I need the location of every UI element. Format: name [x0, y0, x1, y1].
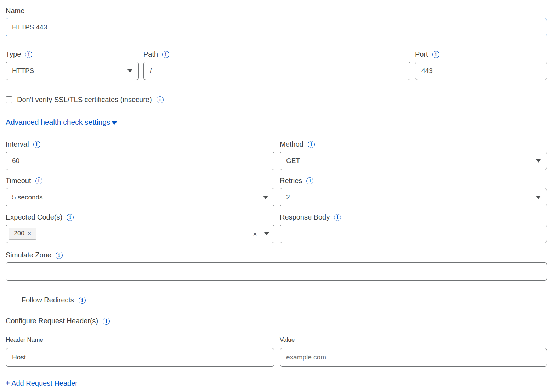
ssl-verify-row: Don't verify SSL/TLS certificates (insec…: [6, 96, 547, 104]
ssl-verify-checkbox[interactable]: [6, 96, 12, 103]
expected-codes-multiselect[interactable]: 200 × ×: [6, 225, 274, 243]
info-icon[interactable]: i: [306, 177, 313, 184]
request-headers-heading-text: Configure Request Header(s): [6, 317, 98, 325]
interval-input[interactable]: [6, 152, 274, 170]
timeout-select-value: 5 seconds: [12, 193, 43, 201]
type-select[interactable]: HTTPS: [6, 62, 139, 80]
info-icon[interactable]: i: [157, 96, 164, 103]
info-icon[interactable]: i: [67, 214, 74, 221]
port-input[interactable]: [415, 62, 547, 80]
response-body-input[interactable]: [280, 225, 547, 243]
info-icon[interactable]: i: [308, 141, 315, 148]
type-field: Type i HTTPS: [6, 50, 139, 80]
name-label-text: Name: [6, 6, 24, 15]
timeout-select[interactable]: 5 seconds: [6, 188, 274, 206]
follow-redirects-checkbox[interactable]: [6, 297, 12, 303]
info-icon[interactable]: i: [334, 214, 341, 221]
advanced-settings-link[interactable]: Advanced health check settings: [6, 118, 118, 126]
advanced-settings-link-text: Advanced health check settings: [6, 118, 110, 126]
type-select-value: HTTPS: [12, 67, 34, 75]
info-icon[interactable]: i: [35, 177, 42, 184]
interval-label: Interval: [6, 140, 29, 148]
request-headers-heading: Configure Request Header(s) i: [6, 317, 547, 325]
timeout-label: Timeout: [6, 176, 31, 185]
method-label: Method: [280, 140, 303, 148]
header-value-input[interactable]: [280, 348, 547, 367]
info-icon[interactable]: i: [25, 51, 32, 58]
caret-down-icon: [127, 69, 132, 73]
response-body-label: Response Body: [280, 213, 330, 221]
request-header-row: Header Name Value: [6, 336, 547, 367]
info-icon[interactable]: i: [432, 51, 439, 58]
header-value-field: Value: [280, 336, 547, 367]
port-field: Port i: [415, 50, 547, 80]
retries-field: Retries i 2: [280, 176, 547, 206]
header-name-field: Header Name: [6, 336, 274, 367]
method-select[interactable]: GET: [280, 152, 547, 170]
simulate-zone-input[interactable]: [6, 262, 547, 281]
interval-field: Interval i: [6, 140, 274, 170]
retries-label: Retries: [280, 176, 302, 185]
timeout-field: Timeout i 5 seconds: [6, 176, 274, 206]
retries-select-value: 2: [286, 193, 290, 201]
header-value-label: Value: [280, 336, 295, 344]
add-request-header-link[interactable]: + Add Request Header: [6, 379, 78, 387]
retries-select[interactable]: 2: [280, 188, 547, 206]
header-name-input[interactable]: [6, 348, 274, 367]
method-select-value: GET: [286, 157, 300, 165]
port-label: Port: [415, 50, 428, 58]
caret-down-icon[interactable]: [264, 232, 269, 235]
clear-icon[interactable]: ×: [253, 230, 257, 238]
name-label: Name: [6, 6, 547, 15]
ssl-verify-label: Don't verify SSL/TLS certificates (insec…: [17, 96, 152, 104]
follow-redirects-row: Follow Redirects i: [6, 296, 547, 304]
simulate-zone-field: Simulate Zone i: [6, 251, 547, 281]
caret-down-icon: [536, 159, 541, 163]
caret-down-icon: [263, 196, 268, 199]
method-field: Method i GET: [280, 140, 547, 170]
type-label: Type: [6, 50, 21, 58]
caret-down-icon: [111, 121, 118, 125]
path-label: Path: [143, 50, 158, 58]
name-input[interactable]: [6, 18, 547, 36]
info-icon[interactable]: i: [33, 141, 40, 148]
expected-code-tag-text: 200: [14, 230, 24, 238]
info-icon[interactable]: i: [79, 297, 86, 304]
expected-code-tag: 200 ×: [9, 228, 36, 240]
follow-redirects-label: Follow Redirects: [22, 296, 74, 304]
info-icon[interactable]: i: [162, 51, 169, 58]
simulate-zone-label: Simulate Zone: [6, 251, 51, 259]
health-check-form: Name Type i HTTPS Path i Port i: [6, 0, 547, 392]
expected-codes-field: Expected Code(s) i 200 × ×: [6, 213, 274, 243]
info-icon[interactable]: i: [56, 252, 63, 259]
caret-down-icon: [536, 196, 541, 199]
expected-codes-label: Expected Code(s): [6, 213, 62, 221]
info-icon[interactable]: i: [103, 318, 110, 325]
header-name-label: Header Name: [6, 336, 43, 344]
remove-tag-icon[interactable]: ×: [28, 230, 31, 237]
response-body-field: Response Body i: [280, 213, 547, 243]
path-input[interactable]: [143, 62, 410, 80]
path-field: Path i: [143, 50, 410, 80]
add-request-header-link-text: + Add Request Header: [6, 379, 78, 387]
